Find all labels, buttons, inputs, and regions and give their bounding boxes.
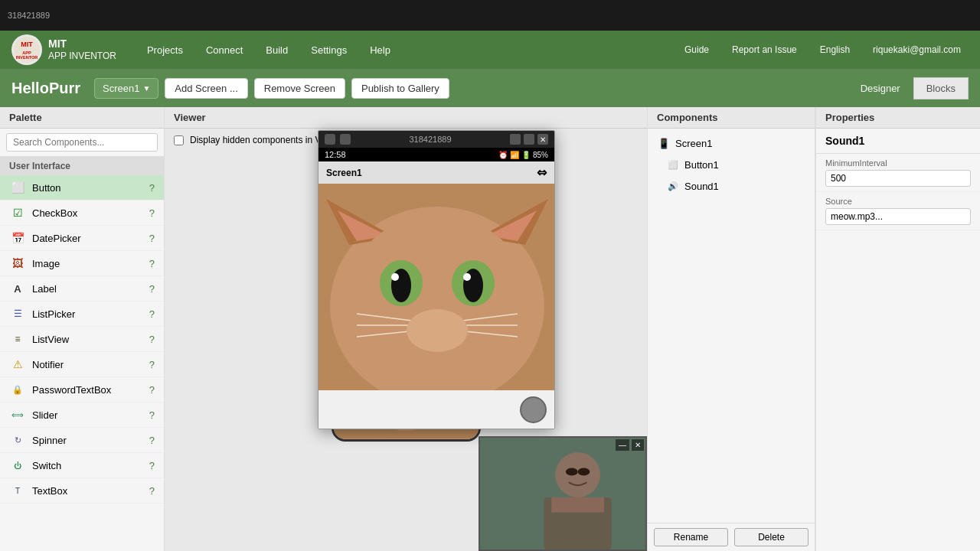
component-actions: Rename Delete	[648, 523, 815, 551]
spinner-icon: ↻	[9, 432, 26, 448]
component-screen1-label: Screen1	[675, 138, 712, 149]
top-bar: 318421889	[0, 0, 980, 31]
svg-text:MIT: MIT	[21, 41, 33, 48]
listview-icon: ≡	[9, 331, 26, 347]
nav-report-issue[interactable]: Report an Issue	[724, 40, 805, 60]
nav-guide[interactable]: Guide	[677, 40, 717, 60]
components-panel: Components 📱 Screen1 ⬜ Button1 🔊 Sound1 …	[647, 107, 815, 551]
svg-point-47	[578, 468, 590, 476]
logo-text: MIT APP INVENTOR	[48, 37, 116, 61]
palette-item-image[interactable]: 🖼 Image ?	[0, 251, 164, 276]
video-close-button[interactable]: ✕	[632, 439, 644, 451]
popup-cat-image	[318, 184, 554, 390]
nav-language[interactable]: English	[812, 40, 858, 60]
palette-item-datepicker[interactable]: 📅 DatePicker ?	[0, 226, 164, 251]
component-sound1-label: Sound1	[684, 181, 719, 192]
popup-phone-header: 318421889 ✕	[318, 131, 554, 148]
image-icon: 🖼	[9, 255, 26, 272]
component-button1-label: Button1	[684, 159, 719, 171]
palette-item-listpicker[interactable]: ☰ ListPicker ?	[0, 302, 164, 327]
designer-button[interactable]: Designer	[848, 77, 913, 99]
nav-user[interactable]: riquekaki@gmail.com	[865, 40, 969, 60]
blocks-button[interactable]: Blocks	[913, 77, 969, 99]
popup-time: 12:58	[325, 150, 346, 159]
component-screen1[interactable]: 📱 Screen1	[648, 132, 815, 154]
properties-panel: Properties Sound1 MinimumInterval Source	[815, 107, 980, 551]
svg-point-31	[391, 273, 399, 281]
palette-item-notifier[interactable]: ⚠ Notifier ?	[0, 352, 164, 377]
checkbox-icon: ☑	[9, 204, 26, 221]
palette-item-checkbox[interactable]: ☑ CheckBox ?	[0, 201, 164, 226]
rename-button[interactable]: Rename	[654, 528, 728, 546]
component-sound1[interactable]: 🔊 Sound1	[648, 175, 815, 197]
display-hidden-checkbox[interactable]	[174, 135, 184, 145]
nav-help[interactable]: Help	[362, 40, 398, 60]
sound-icon: 🔊	[666, 179, 680, 193]
prop-source: Source	[816, 192, 980, 230]
popup-phone-controls	[325, 134, 351, 145]
nav-settings[interactable]: Settings	[303, 40, 354, 60]
screen-dropdown-arrow: ▼	[142, 84, 150, 93]
publish-to-gallery-button[interactable]: Publish to Gallery	[351, 78, 449, 99]
palette-item-spinner[interactable]: ↻ Spinner ?	[0, 428, 164, 453]
textbox-icon: T	[9, 482, 26, 499]
search-box	[0, 129, 164, 157]
search-input[interactable]	[6, 133, 158, 152]
svg-point-41	[407, 309, 468, 352]
svg-point-26	[345, 214, 529, 390]
component-button1[interactable]: ⬜ Button1	[648, 154, 815, 175]
nav-projects[interactable]: Projects	[139, 40, 191, 60]
nav-connect[interactable]: Connect	[198, 40, 250, 60]
prop-source-input[interactable]	[825, 208, 971, 225]
prop-minimum-interval-input[interactable]	[825, 170, 971, 187]
user-interface-header: User Interface	[0, 157, 164, 175]
palette-item-button[interactable]: ⬜ Button ?	[0, 175, 164, 201]
screen-icon: 📱	[657, 136, 671, 150]
datepicker-icon: 📅	[9, 230, 26, 246]
main-content: Palette User Interface ⬜ Button ? ☑ Chec…	[0, 107, 980, 551]
popup-home-button[interactable]	[520, 396, 547, 423]
video-minimize-button[interactable]: —	[616, 439, 629, 451]
add-screen-button[interactable]: Add Screen ...	[165, 78, 247, 99]
app-header: HelloPurr Screen1 ▼ Add Screen ... Remov…	[0, 69, 980, 107]
label-icon: A	[9, 280, 26, 297]
video-controls: — ✕	[616, 439, 644, 451]
prop-minimum-interval-label: MinimumInterval	[825, 158, 971, 168]
palette-header: Palette	[0, 107, 164, 129]
button-icon: ⬜	[9, 179, 26, 196]
component-tree: 📱 Screen1 ⬜ Button1 🔊 Sound1	[648, 129, 815, 201]
popup-resize-icon[interactable]: ⇔	[537, 165, 547, 180]
nav-build[interactable]: Build	[258, 40, 296, 60]
video-feed	[480, 438, 645, 549]
popup-bottom	[318, 390, 554, 429]
palette-item-passwordtextbox[interactable]: 🔒 PasswordTextBox ?	[0, 377, 164, 403]
palette-item-label[interactable]: A Label ?	[0, 276, 164, 302]
view-toggle: Designer Blocks	[848, 77, 969, 99]
app-title: HelloPurr	[11, 80, 80, 97]
svg-point-43	[555, 452, 600, 497]
phone-popup: 318421889 ✕ 12:58 ⏰📶🔋85% Screen1 ⇔	[318, 130, 555, 429]
prop-source-label: Source	[825, 197, 971, 206]
remove-screen-button[interactable]: Remove Screen	[254, 78, 345, 99]
viewer-header: Viewer	[165, 107, 647, 129]
svg-point-46	[566, 468, 578, 476]
palette-item-slider[interactable]: ⟺ Slider ?	[0, 403, 164, 428]
palette-item-listview[interactable]: ≡ ListView ?	[0, 327, 164, 352]
popup-screen-title: Screen1 ⇔	[318, 161, 554, 184]
svg-text:INVENTOR: INVENTOR	[16, 55, 38, 60]
mit-logo: MIT APP INVENTOR	[11, 34, 42, 65]
delete-button[interactable]: Delete	[734, 528, 808, 546]
main-nav: MIT APP INVENTOR MIT APP INVENTOR Projec…	[0, 31, 980, 69]
palette-item-textbox[interactable]: T TextBox ?	[0, 478, 164, 504]
viewer-panel: Viewer Display hidden components in View…	[165, 107, 647, 551]
screen-selector[interactable]: Screen1 ▼	[94, 78, 158, 99]
listpicker-icon: ☰	[9, 305, 26, 322]
phone-number-display: 318421889	[8, 11, 50, 20]
palette-item-switch[interactable]: ⏻ Switch ?	[0, 453, 164, 478]
popup-status-icons: ⏰📶🔋85%	[498, 151, 548, 159]
button-component-icon: ⬜	[666, 158, 680, 171]
svg-point-32	[463, 273, 471, 281]
components-header: Components	[648, 107, 815, 129]
slider-icon: ⟺	[9, 406, 26, 423]
notifier-icon: ⚠	[9, 356, 26, 373]
